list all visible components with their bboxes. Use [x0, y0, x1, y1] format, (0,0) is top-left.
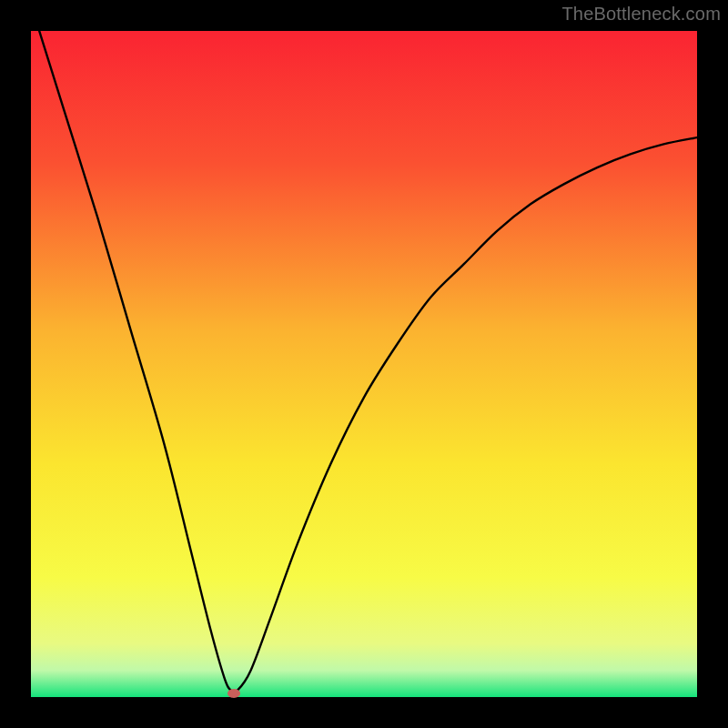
attribution-text: TheBottleneck.com	[561, 4, 721, 25]
minimum-marker	[228, 689, 240, 698]
bottleneck-curve	[31, 31, 697, 697]
chart-plot-area	[31, 31, 697, 697]
chart-frame: TheBottleneck.com	[0, 0, 728, 728]
